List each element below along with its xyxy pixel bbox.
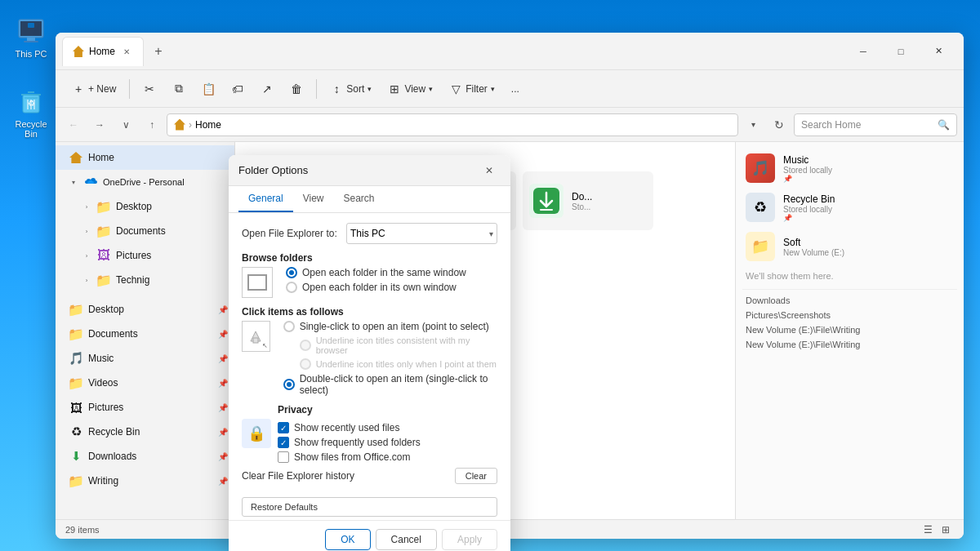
sort-button[interactable]: ↕ Sort ▾	[323, 76, 378, 102]
desktop-icon-this-pc[interactable]: This PC	[7, 11, 56, 62]
cancel-button[interactable]: Cancel	[376, 529, 437, 550]
dialog-close-button[interactable]: ✕	[478, 159, 501, 182]
expand-button[interactable]: ∨	[114, 113, 137, 136]
radio-underline-consistent-circle	[300, 340, 311, 351]
dialog-footer: OK Cancel Apply	[229, 520, 510, 551]
sort-chevron: ▾	[368, 85, 372, 93]
more-button[interactable]: ...	[505, 76, 526, 102]
open-explorer-label: Open File Explorer to:	[242, 228, 340, 239]
pictures-folder-icon: 🖼	[96, 248, 111, 263]
delete-button[interactable]: 🗑	[283, 76, 310, 102]
radio-single-click[interactable]: Single-click to open an item (point to s…	[283, 321, 497, 332]
open-explorer-select[interactable]: This PC ▾	[346, 223, 497, 244]
sidebar-writing-label: Writing	[88, 475, 118, 487]
click-items-options: Single-click to open an item (point to s…	[280, 321, 497, 396]
apply-button[interactable]: Apply	[442, 529, 497, 550]
sidebar-item-documents-pinned[interactable]: 📁 Documents 📌	[56, 322, 234, 346]
dialog-tab-search[interactable]: Search	[334, 186, 385, 212]
qa-item-downloads[interactable]: Do... Sto...	[523, 171, 653, 230]
radio-underline-point[interactable]: Underline icon titles only when I point …	[283, 358, 497, 370]
share-button[interactable]: ↗	[254, 76, 280, 102]
view-button[interactable]: ⊞ View ▾	[381, 76, 439, 102]
videos-pin-icon: 📌	[218, 379, 228, 388]
radio-underline-consistent[interactable]: Underline icon titles consistent with my…	[283, 335, 497, 355]
sidebar-item-downloads-pinned[interactable]: ⬇ Downloads 📌	[56, 444, 234, 469]
sidebar-item-documents[interactable]: › 📁 Documents	[56, 219, 234, 243]
cb-office-files[interactable]: Show files from Office.com	[278, 451, 497, 463]
sidebar-item-desktop-pinned[interactable]: 📁 Desktop 📌	[56, 297, 234, 322]
copy-icon: ⧉	[172, 82, 185, 96]
ok-button[interactable]: OK	[325, 529, 370, 550]
tab-close-button[interactable]: ✕	[120, 45, 133, 58]
sidebar-item-videos-pinned[interactable]: 📁 Videos 📌	[56, 371, 234, 395]
rp-music-name: Music	[783, 154, 832, 166]
technig-expand: ›	[82, 275, 91, 285]
sidebar-item-recycle-pinned[interactable]: ♻ Recycle Bin 📌	[56, 420, 234, 444]
cut-button[interactable]: ✂	[136, 76, 163, 102]
search-placeholder-text: Search Home	[801, 119, 861, 131]
rename-button[interactable]: 🏷	[225, 76, 251, 102]
svg-rect-14	[540, 209, 553, 211]
dialog-tab-view[interactable]: View	[293, 186, 334, 212]
cut-icon: ✂	[143, 82, 156, 96]
tiles-view-button[interactable]: ⊞	[938, 522, 954, 537]
rp-path-1: Downloads	[742, 293, 957, 308]
copy-button[interactable]: ⧉	[166, 76, 192, 102]
rp-item-music[interactable]: 🎵 Music Stored locally 📌	[742, 149, 957, 188]
svg-rect-15	[253, 338, 258, 343]
radio-single-click-label: Single-click to open an item (point to s…	[300, 321, 489, 332]
maximize-button[interactable]: □	[882, 38, 920, 64]
sidebar-item-technig[interactable]: › 📁 Technig	[56, 268, 234, 292]
filter-button[interactable]: ▽ Filter ▾	[443, 76, 501, 102]
close-button[interactable]: ✕	[920, 38, 957, 64]
svg-rect-2	[27, 38, 35, 41]
new-tab-button[interactable]: +	[147, 40, 170, 63]
forward-button[interactable]: →	[88, 113, 111, 136]
rp-recycle-sub: Stored locally	[783, 205, 835, 214]
radio-double-click[interactable]: Double-click to open an item (single-cli…	[283, 373, 497, 396]
restore-defaults-row: Restore Defaults	[229, 494, 510, 520]
home-tab[interactable]: Home ✕	[62, 37, 144, 66]
address-dropdown-button[interactable]: ▾	[742, 113, 764, 136]
radio-own-window[interactable]: Open each folder in its own window	[286, 282, 466, 293]
sidebar-item-music-pinned[interactable]: 🎵 Music 📌	[56, 346, 234, 371]
paste-button[interactable]: 📋	[195, 76, 221, 102]
search-icon: 🔍	[938, 119, 950, 131]
cb-frequent-folders[interactable]: ✓ Show frequently used folders	[278, 437, 497, 448]
desktop-pin-icon: 📌	[218, 305, 228, 314]
sidebar-item-pictures[interactable]: › 🖼 Pictures	[56, 243, 234, 268]
sidebar-item-pictures-pinned[interactable]: 🖼 Pictures 📌	[56, 395, 234, 420]
sidebar-item-home[interactable]: Home	[56, 145, 234, 170]
sidebar-item-desktop[interactable]: › 📁 Desktop	[56, 194, 234, 219]
restore-defaults-button[interactable]: Restore Defaults	[242, 497, 497, 517]
clear-button[interactable]: Clear	[455, 468, 497, 484]
back-button[interactable]: ←	[62, 113, 85, 136]
desktop2-icon: 📁	[69, 302, 83, 317]
rp-item-soft[interactable]: 📁 Soft New Volume (E:)	[742, 227, 957, 266]
new-button[interactable]: + + New	[65, 76, 122, 102]
search-box[interactable]: Search Home 🔍	[794, 113, 957, 136]
sidebar-desktop2-label: Desktop	[88, 304, 124, 315]
this-pc-label: This PC	[15, 49, 47, 59]
cb-recent-files[interactable]: ✓ Show recently used files	[278, 422, 497, 433]
details-view-button[interactable]: ☰	[920, 522, 936, 537]
sidebar-home-label: Home	[88, 152, 114, 163]
refresh-button[interactable]: ↻	[768, 113, 791, 136]
svg-rect-3	[24, 41, 38, 42]
new-label: + New	[88, 83, 116, 95]
sidebar-pictures2-label: Pictures	[88, 402, 123, 413]
privacy-label: Privacy	[278, 404, 497, 415]
desktop-icon-recycle-bin[interactable]: ♻ Recycle Bin	[7, 82, 56, 142]
dialog-tab-general[interactable]: General	[238, 186, 293, 212]
rp-item-recycle[interactable]: ♻ Recycle Bin Stored locally 📌	[742, 188, 957, 227]
sidebar-item-onedrive[interactable]: ▾ OneDrive - Personal	[56, 170, 234, 194]
new-icon: +	[72, 82, 85, 96]
sort-label: Sort	[346, 83, 364, 95]
minimize-button[interactable]: ─	[844, 38, 882, 64]
rp-music-info: Music Stored locally 📌	[783, 154, 832, 183]
radio-same-window[interactable]: Open each folder in the same window	[286, 267, 466, 278]
up-button[interactable]: ↑	[140, 113, 163, 136]
address-path[interactable]: › Home	[167, 113, 738, 136]
sidebar-item-writing-pinned[interactable]: 📁 Writing 📌	[56, 469, 234, 493]
music-icon: 🎵	[69, 351, 83, 366]
